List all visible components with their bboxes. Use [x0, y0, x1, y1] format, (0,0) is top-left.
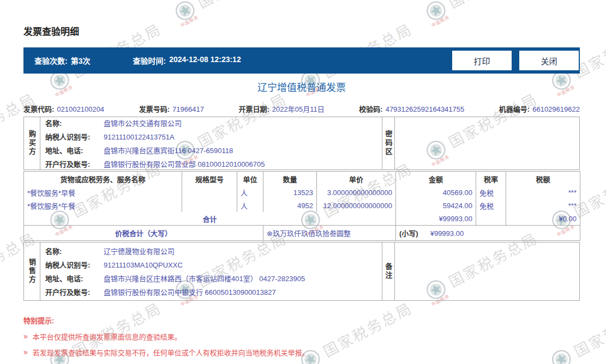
lowercase-total-value: ¥99993.00 [430, 229, 464, 238]
item-price: 3.000000000000000 [317, 186, 396, 199]
item-amount: 40569.00 [396, 186, 476, 199]
invoice-date-value: 2022年05月11日 [272, 105, 325, 113]
col-header-qty: 数量 [263, 172, 317, 186]
bullet-icon: » [23, 332, 28, 341]
lowercase-total-label: (小写) [399, 229, 418, 238]
invoice-number-label: 发票号码: [139, 105, 170, 113]
tax-seal-icon: 中国税务 [423, 0, 449, 23]
col-header-spec: 规格型号 [182, 172, 237, 186]
col-header-price: 单价 [317, 172, 396, 186]
item-spec [182, 186, 237, 199]
invoice-number: 发票号码:71966417 [139, 104, 204, 114]
item-name: *餐饮服务*午餐 [24, 199, 182, 212]
check-count-label: 查验次数: [34, 55, 68, 66]
item-qty: 13523 [263, 186, 317, 199]
invoice-code-label: 发票代码: [23, 105, 54, 113]
buyer-side-label: 购买方 [24, 117, 40, 169]
buyer-section: 购买方 名称:盘锦市公共交通有限公司 纳税人识别号:91211100122413… [23, 117, 580, 170]
seller-taxid-row: 纳税人识别号:91211103MA10QPUXXC [45, 259, 382, 270]
check-code-label: 校验码: [359, 105, 382, 113]
total-amount: ¥99993.00 [396, 212, 476, 226]
item-row: *餐饮服务*午餐 人 4952 12.000000000000000 59424… [24, 199, 580, 212]
col-header-taxrate: 税率 [476, 172, 506, 186]
item-tax: *** [506, 186, 580, 199]
watermark: 中国税务国家税务总局 [171, 0, 290, 25]
items-header-row: 货物或应税劳务、服务名称 规格型号 单位 数量 单价 金额 税率 税额 [24, 172, 580, 186]
seller-bank-row: 开户行及账号:盘锦银行股份有限公司中银支行 660050130900013827 [45, 287, 382, 297]
item-unit: 人 [237, 186, 263, 199]
uppercase-total-value: ⊗玖万玖仟玖佰玖拾叁圆整 [263, 226, 396, 241]
total-tax: ¥0.00 [506, 212, 580, 226]
watermark: 中国税务国家税务总局 [422, 0, 541, 25]
seller-side-label: 销售方 [24, 242, 40, 300]
item-price: 12.000000000000000 [317, 199, 396, 212]
check-count: 查验次数: 第3次 [34, 55, 90, 66]
uppercase-total-label: 价税合计（大写） [24, 226, 263, 241]
invoice-meta: 发票代码:021002100204 发票号码:71966417 开票日期:202… [23, 103, 580, 114]
total-label: 合计 [24, 212, 396, 226]
invoice-date-label: 开票日期: [238, 105, 269, 113]
invoice-date: 开票日期:2022年05月11日 [238, 104, 324, 114]
close-button[interactable]: 关闭 [519, 51, 579, 70]
check-time-label: 查验时间: [133, 55, 166, 66]
buyer-bank-row: 开户行及账号:盘锦银行股份有限公司营业部 08100012010006705 [45, 159, 382, 169]
password-area-label: 密码区 [382, 117, 395, 169]
item-row: *餐饮服务*早餐 人 13523 3.000000000000000 40569… [24, 186, 580, 199]
machine-number: 机器编号:661029619622 [499, 104, 580, 114]
buyer-name-row: 名称:盘锦市公共交通有限公司 [45, 118, 382, 128]
tax-seal-icon: 中国税务 [172, 0, 199, 23]
item-tax: *** [506, 199, 580, 212]
item-taxrate: 免税 [476, 199, 506, 212]
check-time-value: 2024-12-08 12:23:12 [169, 55, 241, 66]
buyer-fields: 名称:盘锦市公共交通有限公司 纳税人识别号:91211100122413751A… [40, 117, 382, 169]
check-code: 校验码:47931262592164341755 [359, 104, 464, 114]
item-taxrate: 免税 [476, 186, 506, 199]
seller-section: 销售方 名称:辽宁德晟物业有限公司 纳税人识别号:91211103MA10QPU… [23, 242, 580, 301]
invoice-title: 辽宁增值税普通发票 [23, 80, 580, 93]
invoice-code: 发票代码:021002100204 [23, 104, 104, 114]
notice-line-2: » 若发现发票查验结果与实际交易不符，任何单位或个人有权拒收并向当地税务机关举报… [23, 347, 580, 357]
total-taxrate-empty [476, 212, 506, 226]
notice-line-1: » 本平台仅提供所查询发票票面信息的查验结果。 [23, 331, 580, 342]
special-notice: 特别提示: » 本平台仅提供所查询发票票面信息的查验结果。 » 若发现发票查验结… [23, 315, 580, 357]
machine-number-value: 661029619622 [532, 105, 580, 113]
seller-name-row: 名称:辽宁德晟物业有限公司 [45, 246, 382, 256]
buyer-address-row: 地址、电话:盘锦市兴隆台区惠宾街116 0427-6590118 [45, 145, 382, 155]
seller-fields: 名称:辽宁德晟物业有限公司 纳税人识别号:91211103MA10QPUXXC … [40, 242, 382, 300]
watermark: 中国税务国家税务总局 [0, 0, 39, 25]
bullet-icon: » [23, 348, 28, 356]
total-row: 合计 ¥99993.00 ¥0.00 [24, 212, 580, 226]
col-header-name: 货物或应税劳务、服务名称 [24, 172, 182, 186]
invoice-number-value: 71966417 [172, 105, 204, 113]
item-amount: 59424.00 [396, 199, 476, 212]
check-count-value: 第3次 [71, 55, 91, 66]
col-header-amount: 金额 [396, 172, 476, 186]
items-table: 货物或应税劳务、服务名称 规格型号 单位 数量 单价 金额 税率 税额 *餐饮服… [23, 171, 580, 241]
print-button[interactable]: 打印 [452, 51, 512, 70]
machine-number-label: 机器编号: [499, 105, 530, 113]
toolbar-buttons: 打印 关闭 [452, 51, 579, 70]
invoice-check-page: 发票查验明细 查验次数: 第3次 查验时间: 2024-12-08 12:23:… [23, 24, 580, 357]
password-area [395, 117, 579, 169]
item-name: *餐饮服务*早餐 [24, 186, 182, 199]
buyer-taxid-row: 纳税人识别号:91211100122413751A [45, 131, 382, 142]
col-header-unit: 单位 [237, 172, 263, 186]
remark-area-label: 备注 [382, 242, 395, 300]
item-unit: 人 [237, 199, 263, 212]
lowercase-total-cell: (小写)¥99993.00 [396, 226, 580, 241]
remark-area [395, 242, 579, 300]
item-spec [182, 199, 237, 212]
notice-title: 特别提示: [23, 315, 580, 326]
seller-address-row: 地址、电话:盘锦市兴隆台区庄林路西（市客运站四楼401室） 0427-28239… [45, 273, 382, 283]
check-time: 查验时间: 2024-12-08 12:23:12 [133, 55, 241, 66]
invoice-code-value: 021002100204 [57, 105, 104, 113]
col-header-tax: 税额 [506, 172, 580, 186]
page-title: 发票查验明细 [23, 24, 580, 38]
item-qty: 4952 [263, 199, 317, 212]
toolbar: 查验次数: 第3次 查验时间: 2024-12-08 12:23:12 打印 关… [23, 47, 580, 74]
check-code-value: 47931262592164341755 [386, 105, 465, 113]
grand-total-row: 价税合计（大写） ⊗玖万玖仟玖佰玖拾叁圆整 (小写)¥99993.00 [24, 226, 580, 241]
